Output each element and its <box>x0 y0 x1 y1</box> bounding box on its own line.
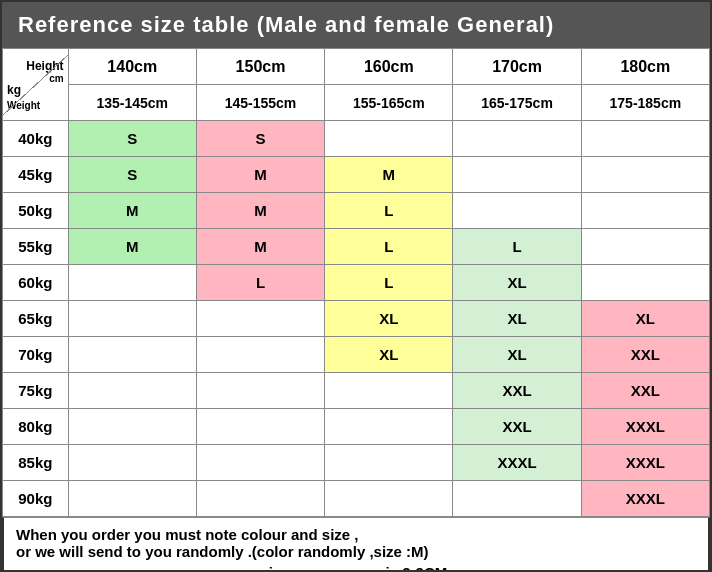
size-cell: S <box>68 157 196 193</box>
corner-cm-label: cm <box>49 73 63 84</box>
weight-cell: 90kg <box>3 481 69 517</box>
size-cell: XL <box>453 337 581 373</box>
size-cell: XXL <box>581 373 709 409</box>
size-cell: M <box>68 193 196 229</box>
size-cell: L <box>325 265 453 301</box>
size-cell: XL <box>581 301 709 337</box>
footer-line2: or we will send to you randomly .(color … <box>16 543 696 560</box>
subheader-175: 175-185cm <box>581 85 709 121</box>
weight-cell: 45kg <box>3 157 69 193</box>
size-cell <box>325 445 453 481</box>
title-bar: Reference size table (Male and female Ge… <box>2 2 710 48</box>
size-cell <box>196 337 324 373</box>
weight-cell: 70kg <box>3 337 69 373</box>
table-row: 45kgSMM <box>3 157 710 193</box>
size-cell: L <box>453 229 581 265</box>
header-180: 180cm <box>581 49 709 85</box>
size-cell: XXXL <box>581 481 709 517</box>
size-cell: M <box>196 193 324 229</box>
table-row: 55kgMMLL <box>3 229 710 265</box>
size-cell <box>196 445 324 481</box>
size-cell: XXXL <box>453 445 581 481</box>
corner-cell: Height cm kg Weight <box>3 49 69 121</box>
table-row: 75kgXXLXXL <box>3 373 710 409</box>
size-cell: XL <box>453 301 581 337</box>
size-cell <box>453 193 581 229</box>
subheader-155: 155-165cm <box>325 85 453 121</box>
header-150: 150cm <box>196 49 324 85</box>
size-cell <box>68 373 196 409</box>
size-cell: XXL <box>453 409 581 445</box>
table-row: 70kgXLXLXXL <box>3 337 710 373</box>
size-cell: M <box>196 157 324 193</box>
size-table-container: Height cm kg Weight 140cm 150cm 160cm 17… <box>2 48 710 517</box>
table-row: 80kgXXLXXXL <box>3 409 710 445</box>
size-cell: L <box>196 265 324 301</box>
sub-header-row: 135-145cm 145-155cm 155-165cm 165-175cm … <box>3 85 710 121</box>
size-cell <box>581 121 709 157</box>
weight-cell: 55kg <box>3 229 69 265</box>
table-row: 50kgMML <box>3 193 710 229</box>
size-cell <box>68 301 196 337</box>
size-cell <box>581 265 709 301</box>
size-cell <box>196 301 324 337</box>
size-cell: L <box>325 229 453 265</box>
footer-line1: When you order you must note colour and … <box>16 526 696 543</box>
size-cell <box>453 121 581 157</box>
weight-cell: 60kg <box>3 265 69 301</box>
header-160: 160cm <box>325 49 453 85</box>
subheader-135: 135-145cm <box>68 85 196 121</box>
subheader-145: 145-155cm <box>196 85 324 121</box>
size-cell: XXL <box>453 373 581 409</box>
table-row: 40kgSS <box>3 121 710 157</box>
size-cell <box>325 121 453 157</box>
corner-height-label: Height <box>26 59 63 73</box>
size-cell <box>68 337 196 373</box>
size-cell: XL <box>325 301 453 337</box>
corner-kg-label: kg <box>7 83 21 97</box>
size-cell: XL <box>453 265 581 301</box>
weight-cell: 50kg <box>3 193 69 229</box>
size-cell: XL <box>325 337 453 373</box>
size-cell: S <box>68 121 196 157</box>
size-cell <box>68 481 196 517</box>
size-cell: M <box>196 229 324 265</box>
size-cell <box>581 193 709 229</box>
title-text: Reference size table (Male and female Ge… <box>18 12 554 37</box>
size-cell <box>196 373 324 409</box>
size-cell <box>581 157 709 193</box>
size-cell <box>68 409 196 445</box>
size-cell <box>68 265 196 301</box>
footer-line3: size error arange is 2-3CM. <box>16 564 696 572</box>
table-row: 85kgXXXLXXXL <box>3 445 710 481</box>
header-row: Height cm kg Weight 140cm 150cm 160cm 17… <box>3 49 710 85</box>
table-row: 65kgXLXLXL <box>3 301 710 337</box>
size-cell: XXXL <box>581 409 709 445</box>
size-cell <box>453 481 581 517</box>
size-cell <box>325 373 453 409</box>
size-cell <box>196 481 324 517</box>
size-cell: M <box>325 157 453 193</box>
footer-note: When you order you must note colour and … <box>2 517 710 572</box>
size-cell <box>325 409 453 445</box>
size-cell <box>68 445 196 481</box>
weight-cell: 80kg <box>3 409 69 445</box>
size-cell <box>581 229 709 265</box>
corner-weight-label: Weight <box>7 100 40 111</box>
table-row: 90kgXXXL <box>3 481 710 517</box>
weight-cell: 40kg <box>3 121 69 157</box>
size-cell: XXXL <box>581 445 709 481</box>
size-cell: S <box>196 121 324 157</box>
size-cell: L <box>325 193 453 229</box>
weight-cell: 65kg <box>3 301 69 337</box>
size-cell: M <box>68 229 196 265</box>
size-cell <box>453 157 581 193</box>
header-170: 170cm <box>453 49 581 85</box>
header-140: 140cm <box>68 49 196 85</box>
size-cell: XXL <box>581 337 709 373</box>
subheader-165: 165-175cm <box>453 85 581 121</box>
weight-cell: 85kg <box>3 445 69 481</box>
weight-cell: 75kg <box>3 373 69 409</box>
table-row: 60kgLLXL <box>3 265 710 301</box>
size-cell <box>196 409 324 445</box>
